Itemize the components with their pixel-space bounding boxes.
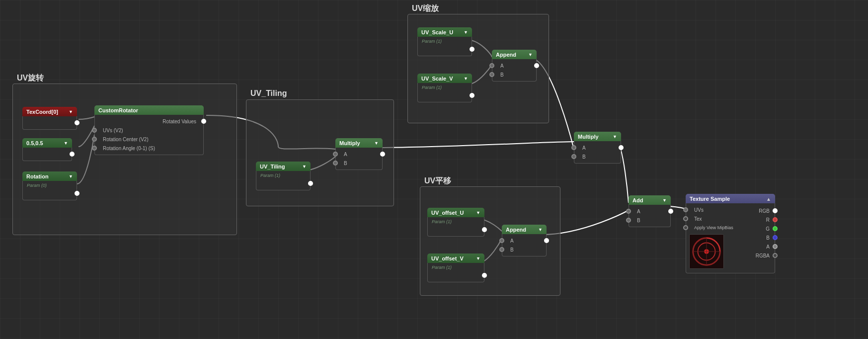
uv-offset-v-output[interactable]	[482, 273, 487, 278]
uv-tiling-output-circle[interactable]	[308, 181, 313, 186]
multiply-tiling-a-row: A	[336, 150, 382, 159]
vec-point5-title-bar[interactable]: 0.5,0.5 ▼	[22, 138, 72, 148]
uv-offset-v-title-bar[interactable]: UV_offset_V ▼	[427, 254, 484, 263]
vec-point5-output-circle[interactable]	[70, 152, 75, 157]
tex-sample-uvs-input[interactable]	[683, 207, 688, 212]
custom-rotator-title-bar[interactable]: CustomRotator	[94, 105, 204, 115]
vec-point5-dropdown-arrow[interactable]: ▼	[64, 141, 68, 146]
custom-rotator-content: Rotated Values UVs (V2) Rotation Center …	[94, 115, 204, 155]
multiply-tiling-label: Multiply	[339, 140, 360, 146]
append-translate-output[interactable]	[544, 238, 549, 243]
uv-tiling-param-title-bar[interactable]: UV_Tiling ▼	[256, 162, 311, 171]
uv-tiling-param-node[interactable]: UV_Tiling ▼ Param (1)	[256, 162, 311, 190]
uv-offset-u-dropdown-arrow[interactable]: ▼	[476, 210, 480, 215]
add-title-bar[interactable]: Add ▼	[629, 195, 671, 205]
custom-rotator-node[interactable]: CustomRotator Rotated Values UVs (V2) Ro…	[94, 105, 204, 155]
tex-output-g[interactable]	[773, 226, 778, 231]
uv-scale-v-node[interactable]: UV_Scale_V ▼ Param (1)	[417, 74, 472, 102]
multiply-main-a-input[interactable]	[571, 145, 576, 150]
uvs-v2-row: UVs (V2)	[95, 126, 203, 135]
rotation-center-label: Rotation Center (V2)	[103, 137, 149, 142]
append-translate-b-row: B	[502, 245, 546, 254]
multiply-tiling-dropdown-arrow[interactable]: ▼	[374, 141, 379, 146]
multiply-tiling-b-row: B	[336, 159, 382, 168]
texture-sample-collapse-arrow[interactable]: ▲	[766, 196, 771, 202]
tex-sample-uvs-row: UVs	[686, 205, 745, 214]
tex-output-a-label: A	[766, 244, 770, 250]
add-b-input[interactable]	[626, 218, 631, 223]
rotation-dropdown-arrow[interactable]: ▼	[69, 174, 73, 179]
multiply-tiling-output[interactable]	[380, 152, 385, 157]
texcoord-title-bar[interactable]: TexCoord[0] ▼	[22, 107, 77, 116]
multiply-main-node[interactable]: Multiply ▼ A B	[574, 132, 621, 164]
vec-point5-node[interactable]: 0.5,0.5 ▼	[22, 138, 72, 161]
append-translate-a-input[interactable]	[499, 238, 504, 243]
multiply-main-title-bar[interactable]: Multiply ▼	[574, 132, 621, 141]
uv-offset-v-node[interactable]: UV_offset_V ▼ Param (1)	[427, 254, 484, 282]
append-scale-output[interactable]	[534, 63, 539, 68]
multiply-main-output[interactable]	[619, 145, 624, 150]
add-a-input[interactable]	[626, 209, 631, 214]
uv-scale-u-dropdown-arrow[interactable]: ▼	[464, 30, 468, 35]
uv-scale-v-title-bar[interactable]: UV_Scale_V ▼	[417, 74, 472, 83]
append-translate-node[interactable]: Append ▼ A B	[502, 225, 547, 256]
rotation-angle-input[interactable]	[92, 146, 97, 151]
rotated-values-output[interactable]	[201, 119, 206, 124]
add-node[interactable]: Add ▼ A B	[629, 195, 671, 227]
tex-output-r[interactable]	[773, 217, 778, 222]
append-translate-b-input[interactable]	[499, 247, 504, 252]
tex-sample-tex-input[interactable]	[683, 216, 688, 221]
uv-scale-u-node[interactable]: UV_Scale_U ▼ Param (1)	[417, 27, 472, 56]
multiply-tiling-b-input[interactable]	[333, 161, 338, 166]
rotation-param-label: Param (0)	[23, 183, 77, 189]
uv-offset-u-title-bar[interactable]: UV_offset_U ▼	[427, 208, 484, 217]
uv-scale-u-title-bar[interactable]: UV_Scale_U ▼	[417, 27, 472, 37]
uv-offset-u-node[interactable]: UV_offset_U ▼ Param (1)	[427, 208, 484, 237]
texcoord-dropdown-arrow[interactable]: ▼	[69, 109, 73, 114]
append-scale-title-bar[interactable]: Append ▼	[492, 50, 537, 59]
append-scale-node[interactable]: Append ▼ A B	[492, 50, 537, 82]
multiply-main-b-row: B	[574, 152, 621, 161]
add-dropdown-arrow[interactable]: ▼	[662, 198, 667, 203]
rotation-center-row: Rotation Center (V2)	[95, 135, 203, 144]
tex-output-r-label: R	[766, 217, 770, 223]
rotation-center-input[interactable]	[92, 137, 97, 142]
multiply-main-dropdown-arrow[interactable]: ▼	[613, 134, 617, 139]
uv-tiling-dropdown-arrow[interactable]: ▼	[302, 164, 307, 169]
uv-offset-u-sublabel: Param (1)	[428, 219, 484, 225]
texcoord-output-circle[interactable]	[75, 120, 79, 125]
append-scale-b-label: B	[500, 72, 504, 78]
tex-output-rgb[interactable]	[773, 208, 778, 213]
append-scale-dropdown-arrow[interactable]: ▼	[528, 52, 533, 57]
append-translate-label: Append	[506, 227, 526, 233]
uvs-v2-input[interactable]	[92, 128, 97, 133]
uv-tiling-output-row	[256, 179, 310, 188]
append-translate-dropdown-arrow[interactable]: ▼	[538, 227, 543, 232]
tex-output-a[interactable]	[773, 244, 778, 249]
group-uv-rotate-title: UV旋转	[17, 73, 44, 84]
uv-offset-u-output[interactable]	[482, 227, 487, 232]
rotation-title-bar[interactable]: Rotation ▼	[22, 171, 77, 181]
uvs-v2-label: UVs (V2)	[103, 128, 123, 133]
append-scale-a-input[interactable]	[489, 63, 494, 68]
texcoord-node[interactable]: TexCoord[0] ▼	[22, 107, 77, 130]
append-scale-b-input[interactable]	[489, 72, 494, 77]
rotation-output-circle[interactable]	[75, 191, 79, 196]
multiply-main-b-input[interactable]	[571, 154, 576, 159]
multiply-tiling-node[interactable]: Multiply ▼ A B	[335, 138, 383, 170]
texture-sample-content: UVs Tex Apply View MipBias	[686, 203, 775, 273]
tex-output-b[interactable]	[773, 235, 778, 240]
uv-scale-v-output[interactable]	[470, 93, 474, 98]
tex-output-rgba[interactable]	[773, 253, 778, 258]
texture-sample-node[interactable]: Texture Sample ▲ UVs Tex Apply View MipB…	[686, 194, 775, 273]
texture-sample-title-bar[interactable]: Texture Sample ▲	[686, 194, 775, 203]
uv-offset-v-dropdown-arrow[interactable]: ▼	[476, 256, 480, 261]
tex-sample-mip-input[interactable]	[683, 225, 688, 230]
uv-scale-v-dropdown-arrow[interactable]: ▼	[464, 76, 468, 81]
multiply-tiling-a-input[interactable]	[333, 152, 338, 157]
add-output[interactable]	[668, 209, 673, 214]
rotation-node[interactable]: Rotation ▼ Param (0)	[22, 171, 77, 200]
uv-scale-u-output[interactable]	[470, 47, 474, 52]
append-translate-title-bar[interactable]: Append ▼	[502, 225, 547, 234]
multiply-tiling-title-bar[interactable]: Multiply ▼	[335, 138, 383, 148]
